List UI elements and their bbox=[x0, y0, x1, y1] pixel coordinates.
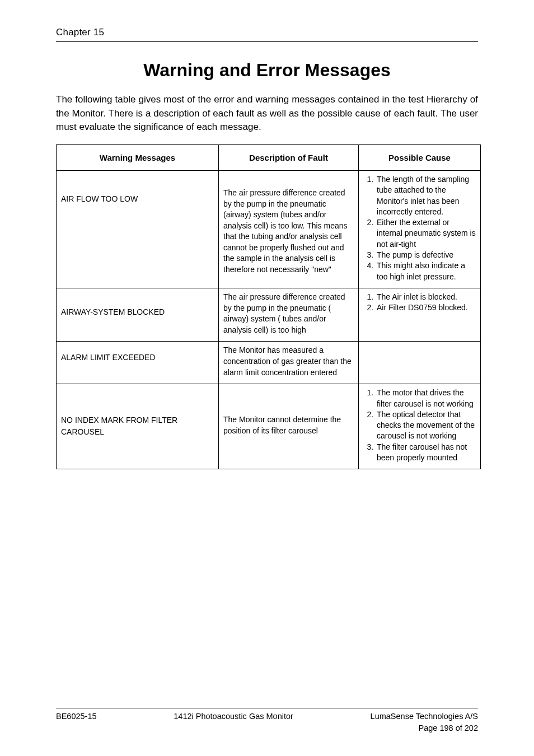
warning-causes: The Air inlet is blocked. Air Filter DS0… bbox=[359, 288, 481, 342]
messages-table: Warning Messages Description of Fault Po… bbox=[56, 144, 481, 469]
warning-description: The air pressure difference created by t… bbox=[219, 288, 359, 342]
page-footer: BE6025-15 1412i Photoacoustic Gas Monito… bbox=[56, 708, 478, 734]
header-rule bbox=[56, 41, 478, 42]
cause-item: Air Filter DS0759 blocked. bbox=[376, 302, 476, 313]
cause-item: This might also indicate a too high inle… bbox=[376, 260, 476, 282]
cause-item: The filter carousel has not been properl… bbox=[376, 442, 476, 464]
warning-description: The air pressure difference created by t… bbox=[219, 170, 359, 288]
cause-item: The length of the sampling tube attached… bbox=[376, 174, 476, 217]
warning-causes: The motor that drives the filter carouse… bbox=[359, 384, 481, 469]
cause-item: Either the external or internal pneumati… bbox=[376, 217, 476, 250]
chapter-header: Chapter 15 bbox=[56, 27, 478, 38]
table-row: NO INDEX MARK FROM FILTER CAROUSEL The M… bbox=[57, 384, 481, 469]
warning-causes bbox=[359, 342, 481, 384]
warning-name: NO INDEX MARK FROM FILTER CAROUSEL bbox=[57, 384, 219, 469]
warning-name: ALARM LIMIT EXCEEDED bbox=[57, 342, 219, 384]
table-header-row: Warning Messages Description of Fault Po… bbox=[57, 144, 481, 170]
warning-name: AIR FLOW TOO LOW bbox=[57, 170, 219, 288]
cause-item: The motor that drives the filter carouse… bbox=[376, 388, 476, 409]
cause-item: The pump is defective bbox=[376, 250, 476, 260]
cause-item: The optical detector that checks the mov… bbox=[376, 409, 476, 442]
col-header-cause: Possible Cause bbox=[359, 144, 481, 170]
footer-right-company: LumaSense Technologies A/S bbox=[371, 712, 478, 721]
table-row: AIRWAY-SYSTEM BLOCKED The air pressure d… bbox=[57, 288, 481, 342]
col-header-description: Description of Fault bbox=[219, 144, 359, 170]
col-header-warning: Warning Messages bbox=[57, 144, 219, 170]
warning-causes: The length of the sampling tube attached… bbox=[359, 170, 481, 288]
footer-right-page: Page 198 of 202 bbox=[419, 724, 478, 732]
page-title: Warning and Error Messages bbox=[56, 60, 478, 81]
warning-name: AIRWAY-SYSTEM BLOCKED bbox=[57, 288, 219, 342]
table-row: AIR FLOW TOO LOW The air pressure differ… bbox=[57, 170, 481, 288]
table-row: ALARM LIMIT EXCEEDED The Monitor has mea… bbox=[57, 342, 481, 384]
intro-paragraph: The following table gives most of the er… bbox=[56, 93, 478, 134]
footer-rule bbox=[56, 708, 478, 708]
footer-left: BE6025-15 bbox=[56, 711, 97, 734]
cause-item: The Air inlet is blocked. bbox=[376, 292, 476, 302]
warning-description: The Monitor cannot determine the positio… bbox=[219, 384, 359, 469]
warning-description: The Monitor has measured a concentration… bbox=[219, 342, 359, 384]
footer-center: 1412i Photoacoustic Gas Monitor bbox=[174, 711, 293, 734]
